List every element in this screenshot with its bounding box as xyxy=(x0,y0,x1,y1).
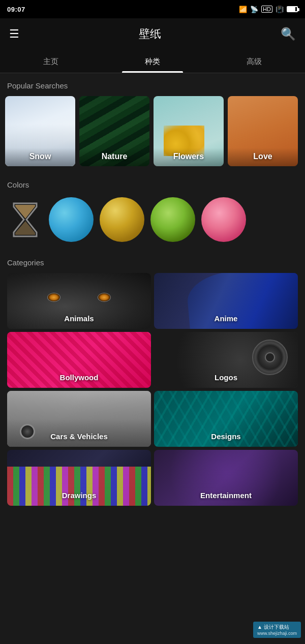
category-logos-label: Logos xyxy=(154,369,298,388)
eye-right xyxy=(98,293,111,302)
category-bollywood[interactable]: Bollywood xyxy=(7,332,151,388)
category-drawings-label: Drawings xyxy=(7,487,151,506)
app-header: ☰ 壁纸 🔍 xyxy=(0,18,305,50)
status-bar: 09:07 📶 📡 HD 📳 xyxy=(0,0,305,18)
categories-section: Categories Animals Anime Bollywood Logos xyxy=(0,250,305,510)
category-bollywood-label: Bollywood xyxy=(7,369,151,388)
category-animals[interactable]: Animals xyxy=(7,273,151,329)
popular-item-love[interactable]: Love xyxy=(228,96,298,166)
category-animals-label: Animals xyxy=(7,310,151,329)
wifi-icon: 📡 xyxy=(250,6,258,13)
popular-searches-section: Popular Searches Snow Nature Flowers Lov… xyxy=(0,73,305,172)
popular-item-nature-label: Nature xyxy=(79,148,149,166)
color-green[interactable] xyxy=(150,197,195,242)
watermark: ▲ 设计下载站 www.shejizhaji.com xyxy=(253,622,301,638)
colors-scroll xyxy=(5,195,300,246)
popular-item-snow-label: Snow xyxy=(5,148,75,166)
battery-icon xyxy=(287,6,298,12)
color-gold[interactable] xyxy=(100,197,144,242)
color-pink[interactable] xyxy=(201,197,246,242)
status-icons: 📶 📡 HD 📳 xyxy=(239,6,298,13)
app-title: 壁纸 xyxy=(139,26,161,42)
tab-bar: 主页 种类 高级 xyxy=(0,50,305,73)
categories-grid: Animals Anime Bollywood Logos Cars & Veh… xyxy=(5,273,300,506)
category-anime-label: Anime xyxy=(154,310,298,329)
signal-icon: 📶 xyxy=(239,6,247,13)
popular-item-flowers[interactable]: Flowers xyxy=(154,96,224,166)
category-logos[interactable]: Logos xyxy=(154,332,298,388)
animals-detail xyxy=(28,293,129,302)
popular-item-snow[interactable]: Snow xyxy=(5,96,75,166)
color-hourglass[interactable] xyxy=(7,197,43,242)
category-entertainment-label: Entertainment xyxy=(154,487,298,506)
colors-title: Colors xyxy=(5,180,300,189)
hourglass-icon xyxy=(11,201,39,239)
watermark-line2: www.shejizhaji.com xyxy=(257,631,297,636)
eye-left xyxy=(47,293,60,302)
categories-title: Categories xyxy=(5,258,300,267)
hd-icon: HD xyxy=(261,6,272,13)
watermark-line1: ▲ 设计下载站 xyxy=(257,624,297,631)
colors-section: Colors xyxy=(0,172,305,250)
category-drawings[interactable]: Drawings xyxy=(7,450,151,506)
tab-advanced[interactable]: 高级 xyxy=(203,50,305,73)
color-blue[interactable] xyxy=(49,197,94,242)
svg-marker-2 xyxy=(15,221,35,235)
popular-searches-scroll: Snow Nature Flowers Love xyxy=(5,96,300,168)
popular-searches-title: Popular Searches xyxy=(5,81,300,90)
category-designs[interactable]: Designs xyxy=(154,391,298,447)
category-cars-label: Cars & Vehicles xyxy=(7,428,151,447)
category-anime[interactable]: Anime xyxy=(154,273,298,329)
category-designs-label: Designs xyxy=(154,428,298,447)
vibrate-icon: 📳 xyxy=(276,6,284,13)
search-button[interactable]: 🔍 xyxy=(281,27,296,41)
tab-home[interactable]: 主页 xyxy=(0,50,102,73)
popular-item-nature[interactable]: Nature xyxy=(79,96,149,166)
category-entertainment[interactable]: Entertainment xyxy=(154,450,298,506)
popular-item-love-label: Love xyxy=(228,148,298,166)
status-time: 09:07 xyxy=(7,6,25,13)
tab-categories[interactable]: 种类 xyxy=(102,50,203,73)
popular-item-flowers-label: Flowers xyxy=(154,148,224,166)
category-cars[interactable]: Cars & Vehicles xyxy=(7,391,151,447)
menu-button[interactable]: ☰ xyxy=(9,27,19,41)
